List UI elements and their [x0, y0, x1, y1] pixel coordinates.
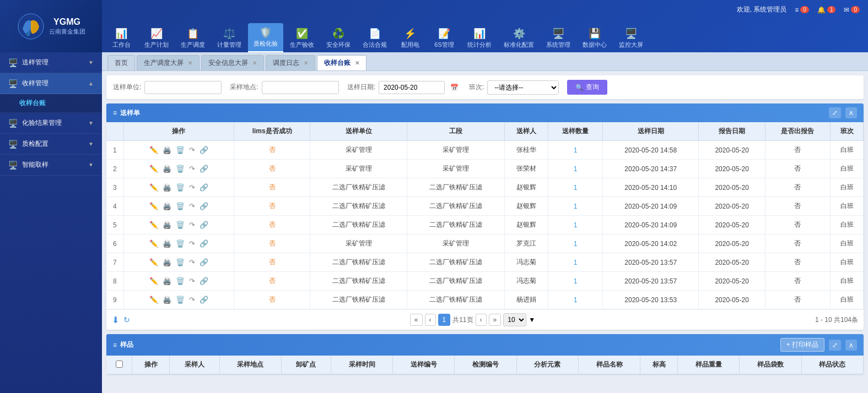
print-icon[interactable]: 🖨️ — [161, 220, 172, 230]
print-icon[interactable]: 🖨️ — [161, 182, 172, 193]
sidebar-item-sample-send[interactable]: 🖥️ 送样管理 ▼ — [0, 52, 102, 73]
edit-icon[interactable]: ✏️ — [148, 182, 159, 193]
page-size-select[interactable]: 10 20 50 — [503, 313, 526, 326]
edit-icon[interactable]: ✏️ — [148, 257, 159, 268]
delete-icon[interactable]: 🗑️ — [175, 182, 186, 193]
edit-icon[interactable]: ✏️ — [148, 220, 159, 230]
delete-icon[interactable]: 🗑️ — [175, 257, 186, 268]
nav-item-data[interactable]: 💾数据中心 — [577, 24, 612, 52]
search-button[interactable]: 🔍 查询 — [567, 80, 607, 95]
forward-icon[interactable]: ↷ — [188, 145, 196, 155]
tab-home[interactable]: 首页 — [107, 55, 135, 70]
link-icon[interactable]: 🔗 — [198, 257, 209, 268]
sidebar-item-quality-config[interactable]: 🖥️ 质检配置 ▼ — [0, 134, 102, 155]
link-icon[interactable]: 🔗 — [198, 294, 209, 305]
last-page-btn[interactable]: » — [489, 314, 502, 326]
nav-item-stats[interactable]: 📊统计分析 — [462, 24, 497, 52]
link-icon[interactable]: 🔗 — [198, 238, 209, 249]
nav-item-workbench[interactable]: 📊工作台 — [105, 24, 138, 52]
sample-expand-btn[interactable]: ⤢ — [829, 340, 841, 351]
first-page-btn[interactable]: « — [410, 314, 423, 326]
forward-icon[interactable]: ↷ — [188, 294, 196, 305]
forward-icon[interactable]: ↷ — [188, 257, 196, 268]
sidebar-item-result[interactable]: 🖥️ 化验结果管理 ▼ — [0, 113, 102, 134]
messages-badge[interactable]: ✉0 — [844, 6, 860, 14]
link-icon[interactable]: 🔗 — [198, 201, 209, 211]
nav-item-power[interactable]: ⚡配用电 — [393, 24, 427, 52]
nav-item-production-schedule[interactable]: 📋生产调度 — [175, 24, 211, 52]
forward-icon[interactable]: ↷ — [188, 220, 196, 230]
edit-icon[interactable]: ✏️ — [148, 201, 159, 211]
nav-item-monitor[interactable]: 🖥️监控大屏 — [613, 24, 649, 52]
row-num: 4 — [106, 197, 123, 216]
edit-icon[interactable]: ✏️ — [148, 163, 159, 174]
nav-item-production-plan[interactable]: 📈生产计划 — [139, 24, 174, 52]
nav-item-quality-inspection[interactable]: 🛡️质检化验 — [248, 23, 283, 52]
print-icon[interactable]: 🖨️ — [161, 276, 172, 286]
qty: 1 — [548, 253, 603, 272]
delete-icon[interactable]: 🗑️ — [175, 201, 186, 211]
refresh-icon[interactable]: ↻ — [123, 315, 130, 324]
print-icon[interactable]: 🖨️ — [161, 201, 172, 211]
delete-icon[interactable]: 🗑️ — [175, 276, 186, 286]
forward-icon[interactable]: ↷ — [188, 182, 196, 193]
forward-icon[interactable]: ↷ — [188, 276, 196, 286]
delete-icon[interactable]: 🗑️ — [175, 163, 186, 174]
sample-location-input[interactable] — [262, 81, 339, 94]
tab-schedule-log[interactable]: 调度日志 ✕ — [266, 55, 315, 70]
edit-icon[interactable]: ✏️ — [148, 145, 159, 155]
print-icon[interactable]: 🖨️ — [161, 257, 172, 268]
tab-ledger-close[interactable]: ✕ — [355, 60, 359, 66]
tab-safety-screen-close[interactable]: ✕ — [252, 60, 257, 66]
delete-icon[interactable]: 🗑️ — [175, 220, 186, 230]
sidebar-item-smart-sampling[interactable]: 🖥️ 智能取样 ▼ — [0, 155, 102, 176]
edit-icon[interactable]: ✏️ — [148, 238, 159, 249]
nav-item-standard[interactable]: ⚙️标准化配置 — [498, 24, 540, 52]
link-icon[interactable]: 🔗 — [198, 182, 209, 193]
send-date-input[interactable] — [379, 81, 445, 94]
next-page-btn[interactable]: › — [476, 314, 487, 326]
delete-icon[interactable]: 🗑️ — [175, 294, 186, 305]
download-icon[interactable]: ⬇ — [112, 315, 119, 325]
tab-schedule-log-close[interactable]: ✕ — [304, 60, 308, 66]
nav-item-safety-env[interactable]: ♻️安全环保 — [321, 24, 356, 52]
link-icon[interactable]: 🔗 — [198, 276, 209, 286]
tab-production-screen[interactable]: 生产调度大屏 ✕ — [137, 55, 200, 70]
tab-production-screen-close[interactable]: ✕ — [188, 60, 192, 66]
shift-select[interactable]: --请选择-- 白班 夜班 — [487, 80, 559, 95]
nav-item-measurement[interactable]: ⚖️计量管理 — [212, 24, 247, 52]
forward-icon[interactable]: ↷ — [188, 163, 196, 174]
tab-safety-screen[interactable]: 安全信息大屏 ✕ — [201, 55, 264, 70]
expand-btn[interactable]: ⤢ — [829, 107, 841, 118]
link-icon[interactable]: 🔗 — [198, 163, 209, 174]
calendar-icon[interactable]: 📅 — [448, 81, 461, 94]
print-icon[interactable]: 🖨️ — [161, 145, 172, 155]
nav-item-compliance[interactable]: 📄合法合规 — [357, 24, 392, 52]
sample-collapse-btn[interactable]: ∧ — [845, 340, 857, 351]
link-icon[interactable]: 🔗 — [198, 145, 209, 155]
print-icon[interactable]: 🖨️ — [161, 163, 172, 174]
delete-icon[interactable]: 🗑️ — [175, 145, 186, 155]
print-sample-btn[interactable]: + 打印样品 — [780, 338, 824, 352]
notifications-badge[interactable]: 🔔1 — [817, 6, 836, 14]
sidebar-item-ledger[interactable]: 收样台账 — [0, 94, 102, 113]
forward-icon[interactable]: ↷ — [188, 201, 196, 211]
delete-icon[interactable]: 🗑️ — [175, 238, 186, 249]
prev-page-btn[interactable]: ‹ — [425, 314, 436, 326]
edit-icon[interactable]: ✏️ — [148, 294, 159, 305]
nav-item-6s[interactable]: 📝6S管理 — [428, 24, 461, 52]
edit-icon[interactable]: ✏️ — [148, 276, 159, 286]
sidebar-item-sample-receive[interactable]: 🖥️ 收样管理 ▲ — [0, 73, 102, 94]
current-page-btn[interactable]: 1 — [438, 314, 451, 326]
select-all-checkbox[interactable] — [116, 361, 123, 368]
tab-ledger[interactable]: 收样台账 ✕ — [317, 55, 366, 70]
link-icon[interactable]: 🔗 — [198, 220, 209, 230]
collapse-btn[interactable]: ∧ — [845, 107, 857, 118]
forward-icon[interactable]: ↷ — [188, 238, 196, 249]
nav-item-system[interactable]: 🖥️系统管理 — [541, 24, 576, 52]
tasks-badge[interactable]: ≡0 — [795, 6, 809, 14]
print-icon[interactable]: 🖨️ — [161, 294, 172, 305]
send-unit-input[interactable] — [144, 81, 222, 94]
print-icon[interactable]: 🖨️ — [161, 238, 172, 249]
nav-item-production-acceptance[interactable]: ✅生产验收 — [284, 24, 320, 52]
